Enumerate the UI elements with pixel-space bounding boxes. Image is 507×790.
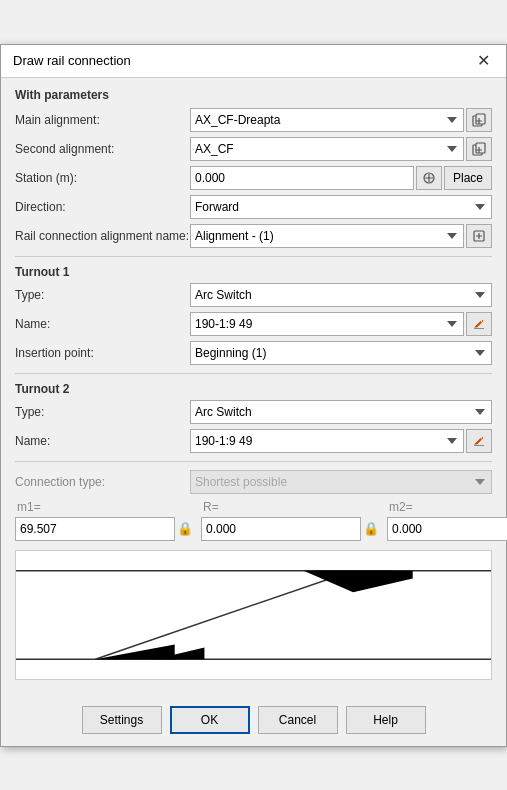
- rail-conn-select[interactable]: Alignment - (1): [190, 224, 464, 248]
- second-alignment-label: Second alignment:: [15, 142, 190, 156]
- r-input-group: 🔒: [201, 516, 381, 542]
- m2-col: m2= 🔒: [387, 500, 507, 542]
- svg-rect-7: [474, 445, 484, 446]
- station-controls: Place: [190, 166, 492, 190]
- help-button[interactable]: Help: [346, 706, 426, 734]
- turnout1-name-controls: 190-1:9 49: [190, 312, 492, 336]
- turnout1-insertion-label: Insertion point:: [15, 346, 190, 360]
- m1-input-group: 🔒: [15, 516, 195, 542]
- turnout1-name-row: Name: 190-1:9 49: [15, 312, 492, 336]
- place-button[interactable]: Place: [444, 166, 492, 190]
- rail-conn-controls: Alignment - (1): [190, 224, 492, 248]
- turnout2-type-controls: Arc Switch: [190, 400, 492, 424]
- divider-1: [15, 256, 492, 257]
- connection-type-row: Connection type: Shortest possible: [15, 470, 492, 494]
- settings-button[interactable]: Settings: [82, 706, 162, 734]
- turnout1-name-label: Name:: [15, 317, 190, 331]
- m1-col: m1= 🔒: [15, 500, 195, 542]
- station-input[interactable]: [190, 166, 414, 190]
- rail-conn-label: Rail connection alignment name:: [15, 229, 190, 243]
- station-pick-btn[interactable]: [416, 166, 442, 190]
- ok-button[interactable]: OK: [170, 706, 250, 734]
- main-alignment-row: Main alignment: AX_CF-Dreapta: [15, 108, 492, 132]
- turnout1-type-select[interactable]: Arc Switch: [190, 283, 492, 307]
- m-labels-row: m1= 🔒 R= 🔒 m2= 🔒: [15, 500, 492, 542]
- turnout2-name-label: Name:: [15, 434, 190, 448]
- rail-conn-icon-btn[interactable]: [466, 224, 492, 248]
- svg-rect-6: [474, 328, 484, 329]
- turnout2-type-select[interactable]: Arc Switch: [190, 400, 492, 424]
- m2-input[interactable]: [387, 517, 507, 541]
- r-col: R= 🔒: [201, 500, 381, 542]
- svg-line-10: [95, 570, 353, 659]
- second-alignment-select[interactable]: AX_CF: [190, 137, 464, 161]
- m1-input[interactable]: [15, 517, 175, 541]
- divider-3: [15, 461, 492, 462]
- turnout1-edit-btn[interactable]: [466, 312, 492, 336]
- main-alignment-select[interactable]: AX_CF-Dreapta: [190, 108, 464, 132]
- window-title: Draw rail connection: [13, 53, 131, 68]
- params-section-header: With parameters: [15, 88, 492, 102]
- turnout1-header: Turnout 1: [15, 265, 492, 279]
- turnout1-insertion-select[interactable]: Beginning (1): [190, 341, 492, 365]
- close-button[interactable]: ✕: [473, 53, 494, 69]
- station-label: Station (m):: [15, 171, 190, 185]
- turnout2-type-label: Type:: [15, 405, 190, 419]
- turnout1-insertion-row: Insertion point: Beginning (1): [15, 341, 492, 365]
- turnout2-type-row: Type: Arc Switch: [15, 400, 492, 424]
- station-row: Station (m): Place: [15, 166, 492, 190]
- turnout2-name-controls: 190-1:9 49: [190, 429, 492, 453]
- r-lock-icon[interactable]: 🔒: [361, 516, 381, 542]
- title-bar: Draw rail connection ✕: [1, 45, 506, 78]
- connection-type-controls: Shortest possible: [190, 470, 492, 494]
- turnout1-type-label: Type:: [15, 288, 190, 302]
- m2-input-group: 🔒: [387, 516, 507, 542]
- second-alignment-controls: AX_CF: [190, 137, 492, 161]
- content-area: With parameters Main alignment: AX_CF-Dr…: [1, 78, 506, 698]
- m1-lock-icon[interactable]: 🔒: [175, 516, 195, 542]
- turnout1-insertion-controls: Beginning (1): [190, 341, 492, 365]
- main-alignment-label: Main alignment:: [15, 113, 190, 127]
- turnout2-edit-btn[interactable]: [466, 429, 492, 453]
- turnout1-type-controls: Arc Switch: [190, 283, 492, 307]
- r-label: R=: [201, 500, 381, 514]
- turnout2-header: Turnout 2: [15, 382, 492, 396]
- direction-label: Direction:: [15, 200, 190, 214]
- second-alignment-row: Second alignment: AX_CF: [15, 137, 492, 161]
- turnout2-name-row: Name: 190-1:9 49: [15, 429, 492, 453]
- svg-rect-1: [476, 114, 485, 124]
- connection-type-label: Connection type:: [15, 475, 190, 489]
- main-window: Draw rail connection ✕ With parameters M…: [0, 44, 507, 747]
- cancel-button[interactable]: Cancel: [258, 706, 338, 734]
- direction-row: Direction: Forward: [15, 195, 492, 219]
- connection-type-select[interactable]: Shortest possible: [190, 470, 492, 494]
- turnout2-name-select[interactable]: 190-1:9 49: [190, 429, 464, 453]
- second-alignment-icon-btn[interactable]: [466, 137, 492, 161]
- turnout1-type-row: Type: Arc Switch: [15, 283, 492, 307]
- footer-buttons: Settings OK Cancel Help: [1, 698, 506, 746]
- divider-2: [15, 373, 492, 374]
- turnout1-name-select[interactable]: 190-1:9 49: [190, 312, 464, 336]
- direction-select[interactable]: Forward: [190, 195, 492, 219]
- svg-rect-3: [476, 143, 485, 153]
- preview-area: [15, 550, 492, 680]
- direction-controls: Forward: [190, 195, 492, 219]
- main-alignment-controls: AX_CF-Dreapta: [190, 108, 492, 132]
- preview-svg: [16, 551, 491, 679]
- m2-label: m2=: [387, 500, 507, 514]
- m1-label: m1=: [15, 500, 195, 514]
- r-input[interactable]: [201, 517, 361, 541]
- main-alignment-icon-btn[interactable]: [466, 108, 492, 132]
- rail-conn-row: Rail connection alignment name: Alignmen…: [15, 224, 492, 248]
